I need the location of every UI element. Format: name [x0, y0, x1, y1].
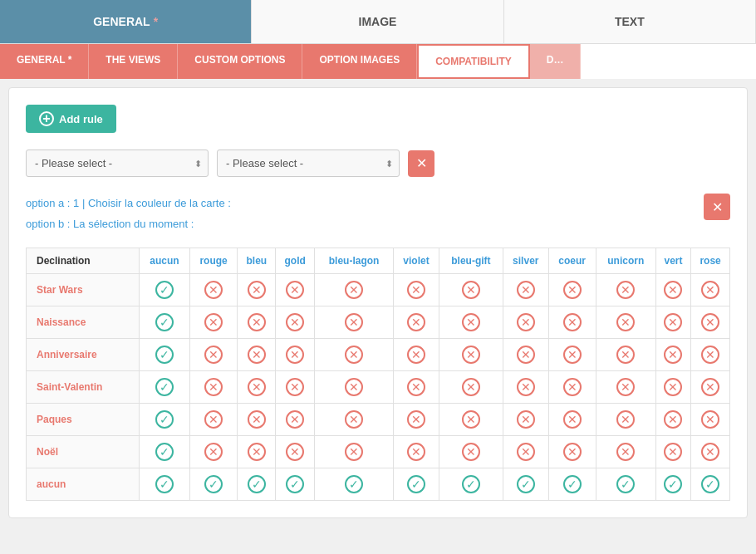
rule-delete-button[interactable]: ✕ — [704, 194, 730, 220]
cell-5-10[interactable]: ✕ — [655, 435, 690, 468]
cell-1-1[interactable]: ✕ — [189, 306, 238, 338]
cell-2-3[interactable]: ✕ — [276, 338, 315, 370]
cell-1-11[interactable]: ✕ — [691, 306, 730, 338]
cell-6-9[interactable]: ✓ — [596, 468, 655, 500]
cell-2-9[interactable]: ✕ — [596, 338, 655, 370]
cell-6-10[interactable]: ✓ — [655, 468, 690, 500]
cell-5-6[interactable]: ✕ — [439, 435, 503, 468]
sub-tab-general[interactable]: GENERAL* — [0, 44, 89, 79]
cell-1-2[interactable]: ✕ — [238, 306, 276, 338]
cell-0-8[interactable]: ✕ — [548, 273, 596, 306]
cell-6-8[interactable]: ✓ — [548, 468, 596, 500]
cell-6-6[interactable]: ✓ — [439, 468, 503, 500]
cell-2-1[interactable]: ✕ — [189, 338, 238, 370]
cross-icon: ✕ — [517, 281, 535, 299]
cell-3-6[interactable]: ✕ — [439, 370, 503, 403]
cross-icon: ✕ — [563, 443, 582, 461]
sub-tab-compatibility[interactable]: COMPATIBILITY — [417, 44, 530, 79]
cell-3-2[interactable]: ✕ — [238, 370, 276, 403]
cell-6-7[interactable]: ✓ — [503, 468, 548, 500]
cell-3-10[interactable]: ✕ — [655, 370, 690, 403]
cell-0-0[interactable]: ✓ — [140, 273, 189, 306]
cell-2-4[interactable]: ✕ — [315, 338, 394, 370]
cell-4-4[interactable]: ✕ — [315, 403, 394, 435]
cell-5-7[interactable]: ✕ — [503, 435, 548, 468]
cell-3-11[interactable]: ✕ — [691, 370, 730, 403]
sub-tab-more[interactable]: D… — [530, 44, 582, 79]
cell-6-1[interactable]: ✓ — [189, 468, 238, 500]
cell-4-5[interactable]: ✕ — [394, 403, 439, 435]
cell-5-4[interactable]: ✕ — [315, 435, 394, 468]
cell-6-4[interactable]: ✓ — [315, 468, 394, 500]
cell-4-3[interactable]: ✕ — [276, 403, 315, 435]
cell-2-8[interactable]: ✕ — [548, 338, 596, 370]
cell-2-6[interactable]: ✕ — [439, 338, 503, 370]
cell-0-2[interactable]: ✕ — [238, 273, 276, 306]
cell-2-10[interactable]: ✕ — [655, 338, 690, 370]
top-tab-general[interactable]: GENERAL* — [0, 0, 252, 43]
cell-4-7[interactable]: ✕ — [503, 403, 548, 435]
top-tab-image[interactable]: IMAGE — [252, 0, 503, 43]
cell-3-7[interactable]: ✕ — [503, 370, 548, 403]
sub-tab-option-images[interactable]: OPTION IMAGES — [302, 44, 417, 79]
cell-4-6[interactable]: ✕ — [439, 403, 503, 435]
top-tab-text[interactable]: TEXT — [504, 0, 756, 43]
cell-6-2[interactable]: ✓ — [238, 468, 276, 500]
cell-1-7[interactable]: ✕ — [503, 306, 548, 338]
cell-1-3[interactable]: ✕ — [276, 306, 315, 338]
cell-1-8[interactable]: ✕ — [548, 306, 596, 338]
cell-4-11[interactable]: ✕ — [691, 403, 730, 435]
cell-6-5[interactable]: ✓ — [394, 468, 439, 500]
cell-0-6[interactable]: ✕ — [439, 273, 503, 306]
cell-4-9[interactable]: ✕ — [596, 403, 655, 435]
cell-4-1[interactable]: ✕ — [189, 403, 238, 435]
cell-1-9[interactable]: ✕ — [596, 306, 655, 338]
cell-3-8[interactable]: ✕ — [548, 370, 596, 403]
cell-0-7[interactable]: ✕ — [503, 273, 548, 306]
cell-4-8[interactable]: ✕ — [548, 403, 596, 435]
cell-3-3[interactable]: ✕ — [276, 370, 315, 403]
cell-5-0[interactable]: ✓ — [140, 435, 189, 468]
cell-5-3[interactable]: ✕ — [276, 435, 315, 468]
cell-0-5[interactable]: ✕ — [394, 273, 439, 306]
cell-5-1[interactable]: ✕ — [189, 435, 238, 468]
cell-4-10[interactable]: ✕ — [655, 403, 690, 435]
sub-tab-custom-options[interactable]: CUSTOM OPTIONS — [178, 44, 302, 79]
cell-2-2[interactable]: ✕ — [238, 338, 276, 370]
cell-5-11[interactable]: ✕ — [691, 435, 730, 468]
cell-5-2[interactable]: ✕ — [238, 435, 276, 468]
cell-1-5[interactable]: ✕ — [394, 306, 439, 338]
second-select[interactable]: - Please select - — [217, 150, 400, 177]
cell-0-11[interactable]: ✕ — [691, 273, 730, 306]
cell-6-0[interactable]: ✓ — [140, 468, 189, 500]
cell-0-3[interactable]: ✕ — [276, 273, 315, 306]
cell-0-9[interactable]: ✕ — [596, 273, 655, 306]
cell-1-4[interactable]: ✕ — [315, 306, 394, 338]
filter-delete-button[interactable]: ✕ — [408, 150, 434, 177]
cell-3-4[interactable]: ✕ — [315, 370, 394, 403]
cell-4-2[interactable]: ✕ — [238, 403, 276, 435]
cell-1-6[interactable]: ✕ — [439, 306, 503, 338]
cell-1-0[interactable]: ✓ — [140, 306, 189, 338]
cell-5-8[interactable]: ✕ — [548, 435, 596, 468]
cell-2-5[interactable]: ✕ — [394, 338, 439, 370]
add-rule-button[interactable]: + Add rule — [26, 105, 116, 133]
sub-tab-the-views[interactable]: THE VIEWS — [89, 44, 178, 79]
cell-1-10[interactable]: ✕ — [655, 306, 690, 338]
first-select[interactable]: - Please select - — [26, 150, 209, 177]
cell-5-9[interactable]: ✕ — [596, 435, 655, 468]
cell-2-11[interactable]: ✕ — [691, 338, 730, 370]
cell-5-5[interactable]: ✕ — [394, 435, 439, 468]
cell-2-7[interactable]: ✕ — [503, 338, 548, 370]
cell-4-0[interactable]: ✓ — [140, 403, 189, 435]
cell-3-1[interactable]: ✕ — [189, 370, 238, 403]
cell-0-4[interactable]: ✕ — [315, 273, 394, 306]
cell-6-11[interactable]: ✓ — [691, 468, 730, 500]
cell-3-5[interactable]: ✕ — [394, 370, 439, 403]
cell-0-1[interactable]: ✕ — [189, 273, 238, 306]
cell-3-9[interactable]: ✕ — [596, 370, 655, 403]
cell-3-0[interactable]: ✓ — [140, 370, 189, 403]
cell-2-0[interactable]: ✓ — [140, 338, 189, 370]
cell-0-10[interactable]: ✕ — [655, 273, 690, 306]
cell-6-3[interactable]: ✓ — [276, 468, 315, 500]
